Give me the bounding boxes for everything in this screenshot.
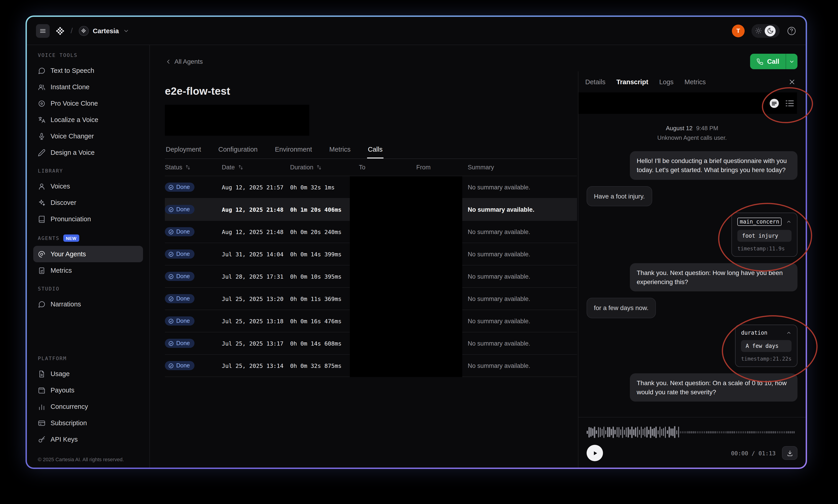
tab-calls[interactable]: Calls <box>367 146 384 159</box>
sidebar-item-label: Narrations <box>51 301 81 308</box>
chat-list-circle-icon <box>769 98 780 109</box>
wallet-icon <box>38 386 46 394</box>
call-subtitle: Unknown Agent calls user. <box>578 134 806 141</box>
breadcrumb-separator: / <box>71 26 73 35</box>
column-header-duration[interactable]: Duration <box>290 164 359 171</box>
sidebar-item-localize-a-voice[interactable]: Localize a Voice <box>33 111 143 128</box>
screenshot-stage: / Cartesia T <box>0 0 838 504</box>
user-avatar[interactable]: T <box>732 24 745 37</box>
column-header-date[interactable]: Date <box>222 164 290 171</box>
audio-player: 00:00 / 01:13 <box>578 417 806 468</box>
new-badge: NEW <box>63 234 79 242</box>
sidebar-item-instant-clone[interactable]: Instant Clone <box>33 79 143 95</box>
column-header-summary: Summary <box>468 164 577 171</box>
help-button[interactable] <box>786 26 797 36</box>
redacted-phone-numbers <box>350 176 462 377</box>
chevron-up-icon <box>786 219 791 224</box>
page-title: e2e-flow-test <box>165 85 577 97</box>
phone-icon <box>757 58 764 65</box>
sidebar-item-label: Discover <box>51 199 76 206</box>
status-badge: Done <box>165 294 195 303</box>
app-window: / Cartesia T <box>25 16 807 469</box>
sidebar-item-usage[interactable]: Usage <box>33 365 143 382</box>
pen-icon <box>38 149 46 156</box>
sidebar-item-label: API Keys <box>51 436 78 443</box>
call-time: 9:48 PM <box>696 125 718 131</box>
transcript-messages: Hello! I'll be conducting a brief questi… <box>578 145 806 406</box>
call-button[interactable]: Call <box>750 54 786 69</box>
sidebar-item-metrics[interactable]: Metrics <box>33 262 143 278</box>
user-icon <box>38 182 46 190</box>
tool-card-header[interactable]: main_concern <box>737 218 791 226</box>
sidebar-item-your-agents[interactable]: Your Agents <box>33 246 143 262</box>
tab-configuration[interactable]: Configuration <box>217 146 259 159</box>
call-summary-cell: No summary available. <box>468 184 577 191</box>
sun-icon[interactable] <box>753 25 764 36</box>
tab-environment[interactable]: Environment <box>274 146 313 159</box>
download-button[interactable] <box>782 446 798 460</box>
sidebar-item-api-keys[interactable]: API Keys <box>33 431 143 448</box>
play-button[interactable] <box>587 445 603 461</box>
panel-tab-metrics[interactable]: Metrics <box>684 78 706 86</box>
tab-deployment[interactable]: Deployment <box>165 146 202 159</box>
panel-tab-logs[interactable]: Logs <box>659 78 674 86</box>
check-circle-icon <box>168 251 174 257</box>
panel-tab-details[interactable]: Details <box>585 78 606 86</box>
tool-value: A few days <box>741 340 791 352</box>
sidebar-item-subscription[interactable]: Subscription <box>33 415 143 431</box>
section-header-platform: PLATFORM <box>38 356 139 361</box>
call-duration-cell: 0h 0m 20s 240ms <box>290 228 359 235</box>
call-duration-cell: 0h 0m 10s 395ms <box>290 273 359 280</box>
sidebar-item-narrations[interactable]: Narrations <box>33 296 143 312</box>
status-badge: Done <box>165 250 195 258</box>
org-switcher[interactable]: Cartesia <box>78 26 129 36</box>
call-summary-cell: No summary available. <box>468 295 577 302</box>
agent-message: Thank you. Next question: On a scale of … <box>630 373 798 402</box>
call-date-cell: Jul 25, 2025 13:18 <box>222 318 290 324</box>
call-date-cell: Jul 25, 2025 13:14 <box>222 362 290 369</box>
close-panel-button[interactable] <box>788 78 796 86</box>
sidebar-item-pro-voice-clone[interactable]: Pro Voice Clone <box>33 95 143 111</box>
sparkles-icon <box>38 199 46 206</box>
moon-icon[interactable] <box>765 25 775 36</box>
theme-toggle[interactable] <box>751 24 780 38</box>
chat-view-button[interactable] <box>769 98 780 109</box>
sidebar-item-design-a-voice[interactable]: Design a Voice <box>33 144 143 161</box>
copyright-text: © 2025 Cartesia AI. All rights reserved. <box>33 453 143 464</box>
tab-metrics[interactable]: Metrics <box>328 146 351 159</box>
sidebar-item-pronunciation[interactable]: Pronunciation <box>33 211 143 227</box>
sidebar: VOICE TOOLS Text to Speech Instant Clone… <box>27 45 150 468</box>
table-body: Done Aug 12, 2025 21:57 0h 0m 32s 1ms No… <box>165 176 577 377</box>
column-header-status[interactable]: Status <box>165 164 222 171</box>
chevron-up-icon <box>786 330 791 336</box>
sidebar-item-label: Subscription <box>51 419 87 427</box>
chart-doc-icon <box>38 267 46 274</box>
sidebar-item-voices[interactable]: Voices <box>33 178 143 194</box>
sidebar-item-label: Localize a Voice <box>51 116 99 123</box>
waveform[interactable] <box>587 424 798 440</box>
call-date-cell: Aug 12, 2025 21:57 <box>222 184 290 191</box>
org-name: Cartesia <box>93 27 119 34</box>
question-mark-icon <box>786 26 797 36</box>
call-date-cell: Aug 12, 2025 21:48 <box>222 206 290 213</box>
sidebar-item-discover[interactable]: Discover <box>33 194 143 211</box>
status-badge: Done <box>165 183 195 192</box>
panel-tab-transcript[interactable]: Transcript <box>617 78 648 86</box>
sidebar-item-text-to-speech[interactable]: Text to Speech <box>33 62 143 79</box>
sidebar-item-payouts[interactable]: Payouts <box>33 382 143 398</box>
transcript-panel: Details Transcript Logs Metrics <box>578 71 806 468</box>
sidebar-item-label: Voices <box>51 183 70 190</box>
sidebar-item-voice-changer[interactable]: Voice Changer <box>33 128 143 144</box>
call-date-cell: Jul 31, 2025 14:04 <box>222 251 290 257</box>
sort-icon <box>237 164 244 170</box>
sidebar-item-label: Pro Voice Clone <box>51 100 98 107</box>
tool-card-header[interactable]: duration <box>741 330 791 336</box>
bar-chart-icon <box>38 403 46 411</box>
back-link-all-agents[interactable]: All Agents <box>165 58 203 65</box>
sidebar-item-concurrency[interactable]: Concurrency <box>33 398 143 415</box>
sidebar-toggle-button[interactable] <box>36 24 50 38</box>
key-icon <box>38 435 46 443</box>
list-view-button[interactable] <box>784 98 795 109</box>
call-options-button[interactable] <box>786 54 798 69</box>
call-duration-cell: 0h 0m 32s 875ms <box>290 362 359 369</box>
